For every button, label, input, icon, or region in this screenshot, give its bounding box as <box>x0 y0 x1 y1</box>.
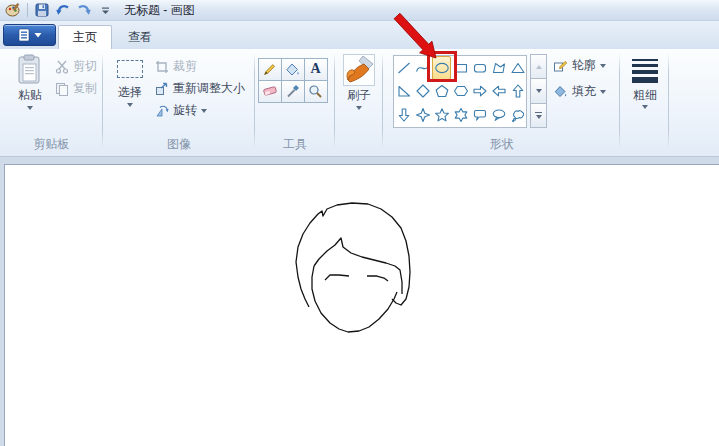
group-image: 选择 裁剪 重新调整大小 <box>103 49 255 156</box>
cut-button[interactable]: 剪切 <box>55 58 97 75</box>
fill-button[interactable]: 填充 <box>553 83 606 100</box>
resize-icon <box>155 82 169 96</box>
paste-button[interactable]: 粘贴 <box>10 51 50 110</box>
group-label-shapes: 形状 <box>383 136 620 153</box>
fill-tool[interactable] <box>281 58 305 81</box>
paste-icon <box>17 54 43 86</box>
shape-arrow-down-icon <box>396 107 412 123</box>
outline-icon <box>553 58 568 73</box>
shape-star-5-icon <box>434 107 450 123</box>
brushes-caret-icon <box>356 106 362 110</box>
fill-bucket-icon <box>285 62 300 77</box>
resize-button[interactable]: 重新调整大小 <box>155 80 245 97</box>
tab-view[interactable]: 查看 <box>114 25 166 49</box>
menu-page-icon <box>18 28 30 42</box>
quick-access-toolbar <box>0 2 114 19</box>
shape-ellipse-icon <box>434 60 450 76</box>
size-caret-icon <box>642 105 648 109</box>
shape-arrow-up-icon <box>510 83 526 99</box>
copy-button[interactable]: 复制 <box>55 80 97 97</box>
select-icon <box>117 60 143 78</box>
shape-star-6[interactable] <box>451 103 470 127</box>
shape-rounded-rectangle-icon <box>472 60 488 76</box>
shape-star-6-icon <box>453 107 469 123</box>
undo-icon[interactable] <box>54 2 72 19</box>
shape-ellipse[interactable] <box>432 56 451 80</box>
brushes-button[interactable]: 刷子 <box>339 51 379 110</box>
shape-polygon[interactable] <box>489 56 508 80</box>
shape-callout-cloud[interactable] <box>508 103 527 127</box>
fill-icon <box>553 84 568 99</box>
crop-icon <box>155 60 169 74</box>
application-menu-button[interactable] <box>3 24 56 46</box>
shape-curve[interactable] <box>413 56 432 80</box>
magnifier-icon <box>308 84 323 99</box>
shape-line[interactable] <box>394 56 413 80</box>
title-bar: 无标题 - 画图 <box>0 0 719 21</box>
shape-star-5[interactable] <box>432 103 451 127</box>
shape-pentagon[interactable] <box>432 80 451 104</box>
eraser-icon <box>262 84 278 98</box>
shape-triangle[interactable] <box>508 56 527 80</box>
shape-star-4[interactable] <box>413 103 432 127</box>
shape-callout-oval[interactable] <box>489 103 508 127</box>
paste-caret-icon <box>27 106 33 110</box>
shape-hexagon[interactable] <box>451 80 470 104</box>
tab-home[interactable]: 主页 <box>58 25 112 49</box>
line-thickness-icon <box>632 56 658 83</box>
shape-arrow-right[interactable] <box>470 80 489 104</box>
magnifier-tool[interactable] <box>304 80 328 103</box>
shape-right-triangle[interactable] <box>394 80 413 104</box>
paint-app-icon[interactable] <box>4 2 22 19</box>
shape-diamond[interactable] <box>413 80 432 104</box>
outline-button[interactable]: 轮廓 <box>553 57 606 74</box>
scroll-up-icon <box>536 65 542 69</box>
select-button[interactable]: 选择 <box>111 51 149 107</box>
text-tool[interactable]: A <box>304 58 328 81</box>
shapes-more-button[interactable] <box>530 103 547 128</box>
customize-caret-icon[interactable] <box>96 2 114 19</box>
shape-line-icon <box>396 60 412 76</box>
group-size: 粗细 <box>620 49 669 156</box>
shape-rounded-rectangle[interactable] <box>470 56 489 80</box>
shape-hexagon-icon <box>453 83 469 99</box>
copy-icon <box>55 82 69 96</box>
rotate-button[interactable]: 旋转 <box>155 102 207 119</box>
shapes-scrollbar <box>530 55 547 128</box>
scroll-down-icon <box>536 89 542 93</box>
group-colors: 颜 色 1 <box>669 49 719 156</box>
redo-icon[interactable] <box>75 2 93 19</box>
pencil-tool[interactable] <box>258 58 282 81</box>
more-shapes-icon <box>535 112 542 119</box>
eraser-tool[interactable] <box>258 80 282 103</box>
shapes-scroll-up-button[interactable] <box>530 54 547 79</box>
color-picker-tool[interactable] <box>281 80 305 103</box>
shape-polygon-icon <box>491 60 507 76</box>
shape-right-triangle-icon <box>396 83 412 99</box>
save-icon[interactable] <box>33 2 51 19</box>
fill-caret-icon <box>600 90 606 94</box>
shape-pentagon-icon <box>434 83 450 99</box>
shape-curve-icon <box>415 60 431 76</box>
shape-star-4-icon <box>415 107 431 123</box>
qat-separator <box>27 3 28 17</box>
cut-icon <box>55 60 69 74</box>
rotate-caret-icon <box>201 109 207 113</box>
work-area <box>0 157 719 446</box>
shape-arrow-up[interactable] <box>508 80 527 104</box>
shape-diamond-icon <box>415 83 431 99</box>
shape-callout-rounded[interactable] <box>470 103 489 127</box>
shape-rectangle[interactable] <box>451 56 470 80</box>
group-label-image: 图像 <box>103 136 255 153</box>
drawing-canvas[interactable] <box>4 164 719 446</box>
shape-arrow-down[interactable] <box>394 103 413 127</box>
group-label-clipboard: 剪贴板 <box>0 136 103 153</box>
group-brushes: 刷子 <box>335 49 383 156</box>
shape-arrow-left[interactable] <box>489 80 508 104</box>
crop-button[interactable]: 裁剪 <box>155 58 197 75</box>
ribbon: 粘贴 剪切 复制 剪贴板 <box>0 49 719 157</box>
shapes-scroll-down-button[interactable] <box>530 78 547 103</box>
size-button[interactable]: 粗细 <box>627 53 663 109</box>
brush-icon <box>343 54 375 86</box>
pencil-icon <box>262 62 277 77</box>
